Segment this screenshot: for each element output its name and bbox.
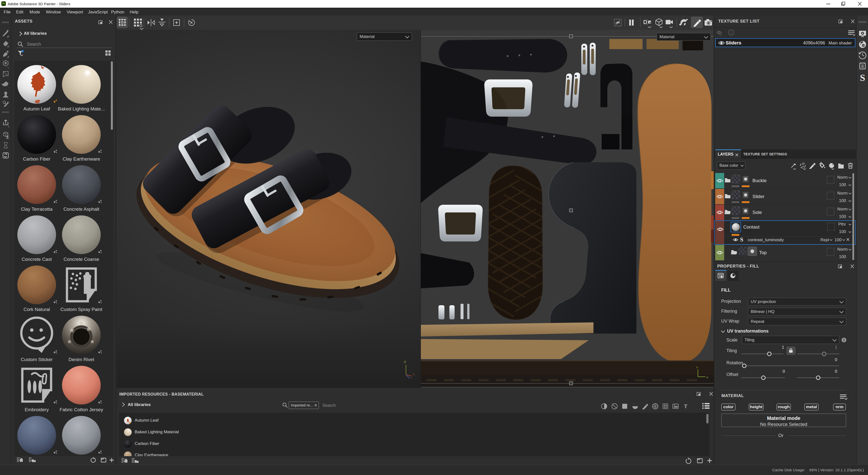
svg-text:v: v <box>696 365 698 369</box>
svg-text:T: T <box>684 403 687 410</box>
svg-text:Y: Y <box>404 360 406 364</box>
svg-text:1: 1 <box>730 31 732 34</box>
svg-text:x: x <box>413 373 414 376</box>
svg-text:z: z <box>410 377 412 379</box>
svg-text:S: S <box>860 72 865 83</box>
svg-text:u: u <box>706 375 708 379</box>
